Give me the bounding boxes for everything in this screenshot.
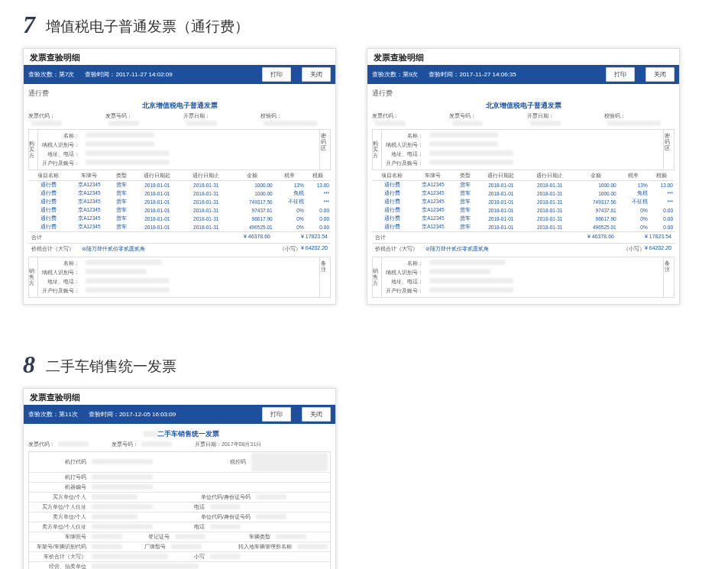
- check-count: 查验次数：第11次: [28, 410, 78, 419]
- invoice-title: 北京增值税电子普通发票: [28, 101, 331, 111]
- buyer-side-label: 购买方: [29, 130, 38, 170]
- table-row: 通行费京A12345货车2018-01-012018-01-3198617.90…: [372, 215, 675, 223]
- items-table: 项目名称 车牌号 类型 通行日期起 通行日期止 金额 税率 税额 通行费京A12…: [28, 172, 331, 231]
- used-car-invoice-card: 发票查验明细 查验次数：第11次 查验时间：2017-12-05 16:03:0…: [23, 388, 336, 569]
- close-button[interactable]: 关闭: [302, 67, 331, 82]
- table-row: 通行费京A12345货车2018-01-012018-01-311000.00免…: [28, 189, 331, 198]
- print-button[interactable]: 打印: [606, 67, 635, 82]
- check-time: 查验时间：2017-12-05 16:03:09: [89, 410, 176, 419]
- password-side: 密码区: [319, 130, 330, 170]
- invoice-panel: 二手车销售统一发票 发票代码： 发票号码： 开票日期：2017年08月31日 机…: [24, 424, 335, 569]
- seller-box: 销售方 名称： 纳税人识别号： 地址、电话： 开户行及账号： 备注: [28, 257, 331, 298]
- check-time: 查验时间：2017-11-27 14:06:35: [429, 70, 516, 79]
- note-side: 备注: [319, 257, 330, 297]
- seller-side-label: 销售方: [29, 257, 38, 297]
- buyer-box: 购买方 名称： 纳税人识别号： 地址、电话： 开户行及账号： 密码区: [28, 129, 331, 170]
- invoice-detail-card-2: 发票查验明细 查验次数：第9次 查验时间：2017-11-27 14:06:35…: [367, 48, 680, 305]
- table-row: 通行费京A12345货车2018-01-012018-01-3198617.90…: [28, 215, 331, 223]
- table-row: 通行费京A12345货车2018-01-012018-01-311000.00免…: [372, 189, 675, 198]
- table-row: 通行费京A12345货车2018-01-012018-01-311000.001…: [28, 180, 331, 189]
- toolbar: 查验次数：第7次 查验时间：2017-11-27 14:02:09 打印 关闭: [24, 65, 335, 84]
- card-title: 发票查验明细: [24, 49, 335, 65]
- toolbar: 查验次数：第9次 查验时间：2017-11-27 14:06:35 打印 关闭: [367, 65, 679, 84]
- table-row: 通行费京A12345货车2018-01-012018-01-31749317.5…: [28, 198, 331, 206]
- check-count: 查验次数：第7次: [28, 70, 74, 79]
- table-row: 通行费京A12345货车2018-01-012018-01-31749317.5…: [372, 198, 675, 206]
- check-count: 查验次数：第9次: [372, 70, 418, 79]
- toolbar: 查验次数：第11次 查验时间：2017-12-05 16:03:09 打印 关闭: [24, 405, 335, 424]
- close-button[interactable]: 关闭: [645, 67, 675, 82]
- section-7-number: 7: [23, 11, 35, 39]
- section-7-cards-row: 发票查验明细 查验次数：第7次 查验时间：2017-11-27 14:02:09…: [23, 48, 705, 305]
- table-row: 通行费京A12345货车2018-01-012018-01-3197437.61…: [372, 206, 675, 215]
- section-8-header: 8 二手车销售统一发票: [23, 351, 705, 379]
- invoice-panel: 通行费 北京增值税电子普通发票 发票代码： 发票号码： 开票日期： 校验码： 购…: [24, 84, 335, 304]
- invoice-detail-card-1: 发票查验明细 查验次数：第7次 查验时间：2017-11-27 14:02:09…: [23, 48, 336, 305]
- invoice-title: 二手车销售统一发票: [28, 429, 331, 439]
- print-button[interactable]: 打印: [262, 407, 291, 422]
- section-8-title: 二手车销售统一发票: [46, 357, 176, 379]
- subtotal-line: 合计 ¥ 46378.66 ¥ 17823.54: [28, 231, 331, 243]
- total-line: 价税合计（大写） ⊘陆万肆仟贰佰零贰圆贰角 （小写） ¥ 64202.20: [28, 243, 331, 254]
- subhead: 通行费: [28, 89, 331, 99]
- table-row: 通行费京A12345货车2018-01-012018-01-31496525.0…: [372, 223, 675, 231]
- section-8-number: 8: [23, 351, 35, 379]
- print-button[interactable]: 打印: [262, 67, 291, 82]
- card-title: 发票查验明细: [367, 49, 679, 65]
- card-title: 发票查验明细: [24, 389, 335, 405]
- form-grid: 机打代码 税控码 机打号码 机器编号 买方单位/个人 单位代码/身份证号码 买方…: [28, 451, 331, 569]
- table-row: 通行费京A12345货车2018-01-012018-01-3197437.61…: [28, 206, 331, 215]
- check-time: 查验时间：2017-11-27 14:02:09: [85, 70, 172, 79]
- table-row: 通行费京A12345货车2018-01-012018-01-311000.001…: [372, 180, 675, 189]
- meta-line: 发票代码： 发票号码： 开票日期： 校验码：: [28, 112, 331, 126]
- close-button[interactable]: 关闭: [302, 407, 331, 422]
- invoice-panel: 通行费 北京增值税电子普通发票 发票代码： 发票号码： 开票日期： 校验码： 购…: [367, 84, 679, 304]
- section-7-header: 7 增值税电子普通发票（通行费）: [23, 11, 705, 39]
- table-row: 通行费京A12345货车2018-01-012018-01-31496525.0…: [28, 223, 331, 231]
- meta-line: 发票代码： 发票号码： 开票日期：2017年08月31日: [28, 441, 331, 448]
- section-7-title: 增值税电子普通发票（通行费）: [46, 17, 249, 39]
